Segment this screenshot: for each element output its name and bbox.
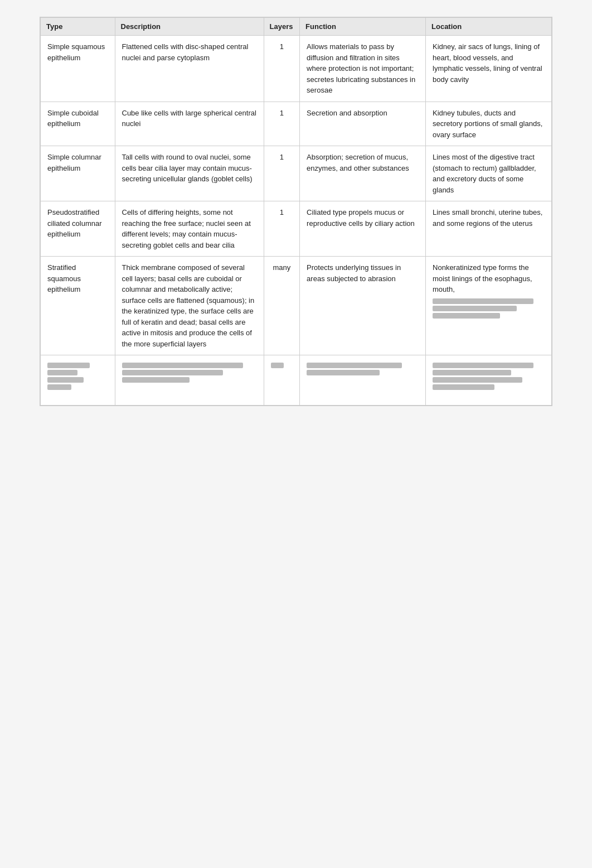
cell-description: Flattened cells with disc-shaped central… [115, 36, 264, 102]
table-row: Simple columnar epithelium Tall cells wi… [41, 146, 552, 201]
table-row-blurred [41, 355, 552, 406]
cell-description: Cube like cells with large spherical cen… [115, 102, 264, 146]
cell-function: Protects underlying tissues in areas sub… [300, 257, 426, 355]
cell-location: Lines small bronchi, uterine tubes, and … [426, 201, 552, 257]
cell-type-blurred [41, 355, 115, 406]
cell-function: Absorption; secretion of mucus, enzymes,… [300, 146, 426, 201]
cell-layers-blurred [264, 355, 300, 406]
cell-location-blurred [426, 355, 552, 406]
table-row: Simple squamous epithelium Flattened cel… [41, 36, 552, 102]
cell-type: Simple cuboidal epithelium [41, 102, 115, 146]
cell-type: Simple squamous epithelium [41, 36, 115, 102]
epithelium-table: Type Description Layers Function Locatio… [40, 17, 552, 406]
cell-location: Kidney tubules, ducts and secretory port… [426, 102, 552, 146]
table-row: Simple cuboidal epithelium Cube like cel… [41, 102, 552, 146]
cell-layers: 1 [264, 102, 300, 146]
cell-location: Kidney, air sacs of lungs, lining of hea… [426, 36, 552, 102]
table-row: Pseudostratified ciliated columnar epith… [41, 201, 552, 257]
cell-layers: 1 [264, 146, 300, 201]
col-header-function: Function [300, 18, 426, 36]
col-header-description: Description [115, 18, 264, 36]
cell-layers: 1 [264, 201, 300, 257]
col-header-layers: Layers [264, 18, 300, 36]
cell-function: Ciliated type propels mucus or reproduct… [300, 201, 426, 257]
cell-description-blurred [115, 355, 264, 406]
cell-description: Thick membrane composed of several cell … [115, 257, 264, 355]
cell-function: Allows materials to pass by diffusion an… [300, 36, 426, 102]
table-row: Stratified squamous epithelium Thick mem… [41, 257, 552, 355]
cell-function-blurred [300, 355, 426, 406]
cell-description: Tall cells with round to oval nuclei, so… [115, 146, 264, 201]
cell-description: Cells of differing heights, some not rea… [115, 201, 264, 257]
cell-type: Simple columnar epithelium [41, 146, 115, 201]
table-header-row: Type Description Layers Function Locatio… [41, 18, 552, 36]
cell-function: Secretion and absorption [300, 102, 426, 146]
cell-layers: 1 [264, 36, 300, 102]
cell-location: Lines most of the digestive tract (stoma… [426, 146, 552, 201]
cell-layers: many [264, 257, 300, 355]
cell-type: Pseudostratified ciliated columnar epith… [41, 201, 115, 257]
col-header-location: Location [426, 18, 552, 36]
cell-location-partial: Nonkeratinized type forms the moist lini… [426, 257, 552, 355]
cell-type: Stratified squamous epithelium [41, 257, 115, 355]
col-header-type: Type [41, 18, 115, 36]
